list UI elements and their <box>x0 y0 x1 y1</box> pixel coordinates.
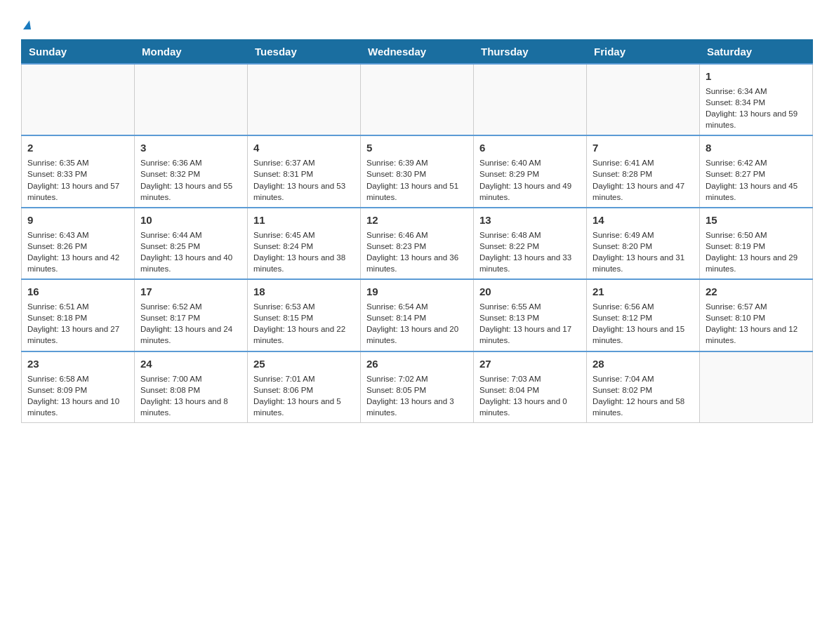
day-info: Sunrise: 6:40 AM <box>479 157 581 168</box>
day-number: 15 <box>706 213 807 227</box>
calendar-cell: 24Sunrise: 7:00 AMSunset: 8:08 PMDayligh… <box>135 351 248 423</box>
day-number: 3 <box>140 140 241 155</box>
day-info: Daylight: 13 hours and 24 minutes. <box>140 323 241 346</box>
calendar-header-thursday: Thursday <box>474 40 587 65</box>
day-info: Daylight: 13 hours and 59 minutes. <box>706 108 807 130</box>
day-info: Daylight: 13 hours and 36 minutes. <box>366 252 468 274</box>
day-info: Sunset: 8:24 PM <box>253 241 355 252</box>
day-info: Sunset: 8:05 PM <box>366 384 468 396</box>
day-info: Sunrise: 7:04 AM <box>593 373 694 384</box>
day-info: Sunset: 8:20 PM <box>593 241 694 252</box>
day-info: Daylight: 13 hours and 12 minutes. <box>706 323 807 346</box>
page-header <box>21 14 813 32</box>
calendar-cell: 15Sunrise: 6:50 AMSunset: 8:19 PMDayligh… <box>700 208 813 279</box>
calendar-cell: 13Sunrise: 6:48 AMSunset: 8:22 PMDayligh… <box>474 208 587 279</box>
day-info: Sunrise: 7:00 AM <box>140 373 241 384</box>
day-info: Daylight: 13 hours and 45 minutes. <box>706 180 807 203</box>
calendar-cell: 27Sunrise: 7:03 AMSunset: 8:04 PMDayligh… <box>474 351 587 423</box>
day-number: 26 <box>366 356 468 371</box>
calendar-table: SundayMondayTuesdayWednesdayThursdayFrid… <box>21 39 813 423</box>
calendar-cell <box>361 64 474 135</box>
day-info: Daylight: 12 hours and 58 minutes. <box>593 396 694 418</box>
day-info: Sunset: 8:30 PM <box>366 168 468 180</box>
day-info: Sunrise: 6:54 AM <box>366 301 468 312</box>
calendar-cell: 18Sunrise: 6:53 AMSunset: 8:15 PMDayligh… <box>248 279 361 351</box>
day-info: Sunset: 8:34 PM <box>706 97 807 108</box>
day-info: Sunset: 8:17 PM <box>140 312 241 323</box>
day-info: Sunset: 8:33 PM <box>27 168 128 180</box>
week-row-5: 23Sunrise: 6:58 AMSunset: 8:09 PMDayligh… <box>22 351 813 423</box>
day-info: Sunset: 8:08 PM <box>140 384 241 396</box>
day-info: Sunrise: 6:56 AM <box>593 301 694 312</box>
day-info: Sunrise: 6:46 AM <box>366 229 468 241</box>
day-info: Daylight: 13 hours and 10 minutes. <box>27 396 128 418</box>
day-info: Daylight: 13 hours and 49 minutes. <box>479 180 581 203</box>
day-info: Sunset: 8:31 PM <box>253 168 355 180</box>
day-info: Daylight: 13 hours and 33 minutes. <box>479 252 581 274</box>
day-info: Sunrise: 6:53 AM <box>253 301 355 312</box>
day-number: 13 <box>479 213 581 227</box>
day-info: Sunset: 8:10 PM <box>706 312 807 323</box>
day-info: Daylight: 13 hours and 5 minutes. <box>253 396 355 418</box>
day-info: Sunset: 8:04 PM <box>479 384 581 396</box>
calendar-cell: 4Sunrise: 6:37 AMSunset: 8:31 PMDaylight… <box>248 135 361 207</box>
day-number: 19 <box>366 284 468 299</box>
day-number: 27 <box>479 356 581 371</box>
day-info: Daylight: 13 hours and 15 minutes. <box>593 323 694 346</box>
calendar-cell <box>135 64 248 135</box>
logo-top <box>21 14 31 32</box>
day-number: 25 <box>253 356 355 371</box>
calendar-cell: 8Sunrise: 6:42 AMSunset: 8:27 PMDaylight… <box>700 135 813 207</box>
calendar-cell <box>474 64 587 135</box>
day-info: Daylight: 13 hours and 27 minutes. <box>27 323 128 346</box>
day-number: 6 <box>479 140 581 155</box>
day-info: Sunrise: 6:42 AM <box>706 157 807 168</box>
day-number: 10 <box>140 213 241 227</box>
day-info: Sunrise: 6:43 AM <box>27 229 128 241</box>
week-row-3: 9Sunrise: 6:43 AMSunset: 8:26 PMDaylight… <box>22 208 813 279</box>
calendar-cell: 1Sunrise: 6:34 AMSunset: 8:34 PMDaylight… <box>700 64 813 135</box>
day-info: Daylight: 13 hours and 22 minutes. <box>253 323 355 346</box>
calendar-header-monday: Monday <box>135 40 248 65</box>
calendar-cell: 26Sunrise: 7:02 AMSunset: 8:05 PMDayligh… <box>361 351 474 423</box>
calendar-cell: 12Sunrise: 6:46 AMSunset: 8:23 PMDayligh… <box>361 208 474 279</box>
day-info: Sunset: 8:29 PM <box>479 168 581 180</box>
day-info: Daylight: 13 hours and 53 minutes. <box>253 180 355 203</box>
day-number: 18 <box>253 284 355 299</box>
day-info: Sunset: 8:27 PM <box>706 168 807 180</box>
logo-triangle-icon <box>23 20 31 29</box>
calendar-cell: 2Sunrise: 6:35 AMSunset: 8:33 PMDaylight… <box>22 135 135 207</box>
calendar-cell <box>22 64 135 135</box>
day-number: 5 <box>366 140 468 155</box>
calendar-cell: 19Sunrise: 6:54 AMSunset: 8:14 PMDayligh… <box>361 279 474 351</box>
day-info: Sunrise: 6:58 AM <box>27 373 128 384</box>
day-number: 22 <box>706 284 807 299</box>
calendar-cell: 20Sunrise: 6:55 AMSunset: 8:13 PMDayligh… <box>474 279 587 351</box>
day-info: Sunrise: 7:01 AM <box>253 373 355 384</box>
day-info: Sunrise: 6:41 AM <box>593 157 694 168</box>
day-info: Daylight: 13 hours and 31 minutes. <box>593 252 694 274</box>
calendar-cell: 6Sunrise: 6:40 AMSunset: 8:29 PMDaylight… <box>474 135 587 207</box>
day-info: Sunset: 8:32 PM <box>140 168 241 180</box>
day-info: Sunrise: 6:57 AM <box>706 301 807 312</box>
day-info: Sunset: 8:09 PM <box>27 384 128 396</box>
day-number: 28 <box>593 356 694 371</box>
calendar-cell: 28Sunrise: 7:04 AMSunset: 8:02 PMDayligh… <box>587 351 700 423</box>
day-info: Sunrise: 6:35 AM <box>27 157 128 168</box>
day-number: 1 <box>706 69 807 83</box>
day-number: 24 <box>140 356 241 371</box>
calendar-header-friday: Friday <box>587 40 700 65</box>
day-info: Sunset: 8:23 PM <box>366 241 468 252</box>
day-number: 8 <box>706 140 807 155</box>
day-info: Sunrise: 7:03 AM <box>479 373 581 384</box>
day-number: 17 <box>140 284 241 299</box>
day-info: Sunrise: 6:39 AM <box>366 157 468 168</box>
day-info: Sunrise: 6:48 AM <box>479 229 581 241</box>
calendar-header-wednesday: Wednesday <box>361 40 474 65</box>
calendar-header-saturday: Saturday <box>700 40 813 65</box>
day-number: 2 <box>27 140 128 155</box>
calendar-cell: 3Sunrise: 6:36 AMSunset: 8:32 PMDaylight… <box>135 135 248 207</box>
day-info: Sunrise: 6:49 AM <box>593 229 694 241</box>
day-number: 23 <box>27 356 128 371</box>
day-info: Sunset: 8:26 PM <box>27 241 128 252</box>
